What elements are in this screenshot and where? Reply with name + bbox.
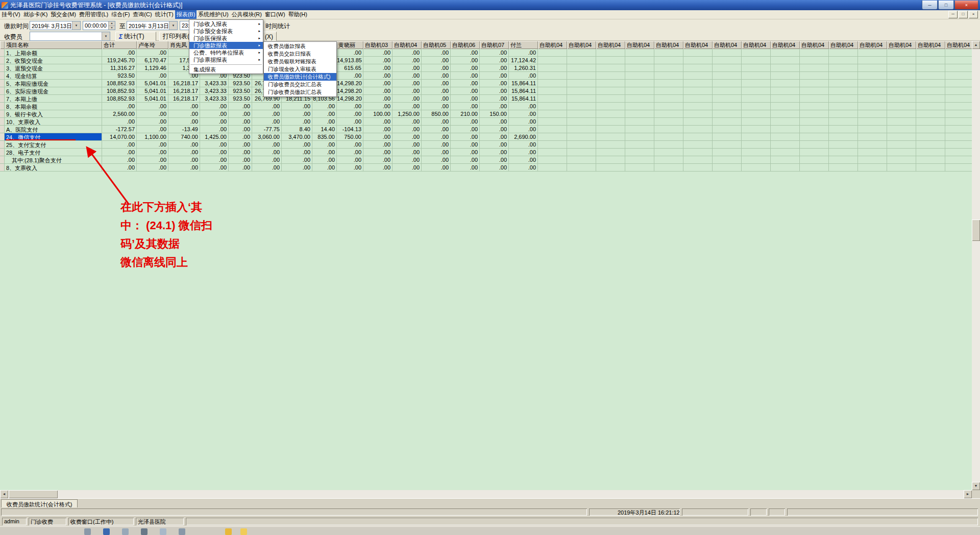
table-cell[interactable] (829, 118, 858, 126)
table-cell[interactable] (800, 141, 829, 149)
table-cell[interactable] (567, 126, 596, 133)
table-cell[interactable] (742, 156, 771, 164)
table-cell[interactable]: 11,316.27 (102, 64, 137, 72)
table-cell[interactable]: 1,129.46 (137, 64, 168, 72)
cashier-select[interactable]: ▼ (30, 32, 110, 41)
table-cell[interactable] (683, 72, 713, 80)
table-cell[interactable]: .00 (229, 110, 252, 118)
table-cell[interactable] (567, 72, 596, 80)
table-cell[interactable]: .00 (480, 103, 509, 110)
row-name[interactable]: 10、支票收入 (5, 118, 102, 126)
table-cell[interactable] (625, 95, 654, 103)
table-cell[interactable] (887, 110, 916, 118)
taskbar-icon[interactable] (225, 528, 232, 535)
table-cell[interactable]: .00 (451, 57, 480, 64)
taskbar-icon[interactable] (122, 528, 129, 535)
row-name[interactable]: 8、本期余额 (5, 103, 102, 110)
table-row-5[interactable]: 6、实际应缴现金108,852.935,041.0116,218.173,423… (0, 87, 980, 95)
table-cell[interactable]: .00 (337, 164, 363, 172)
table-cell[interactable]: .00 (509, 103, 538, 110)
table-cell[interactable]: .00 (509, 118, 538, 126)
table-cell[interactable]: .00 (282, 110, 312, 118)
table-cell[interactable]: .00 (282, 156, 312, 164)
table-cell[interactable]: 3,423.33 (200, 95, 229, 103)
table-cell[interactable] (596, 49, 625, 57)
table-cell[interactable] (887, 118, 916, 126)
table-cell[interactable] (596, 103, 625, 110)
table-cell[interactable]: .00 (509, 149, 538, 156)
table-cell[interactable]: .00 (229, 156, 252, 164)
table-cell[interactable] (771, 149, 800, 156)
table-cell[interactable]: 15,864.11 (509, 87, 538, 95)
submenu-item-0[interactable]: 收费员缴款报表 (264, 42, 336, 50)
table-cell[interactable] (713, 110, 742, 118)
table-cell[interactable]: .00 (451, 149, 480, 156)
table-cell[interactable] (654, 141, 683, 149)
table-cell[interactable] (567, 110, 596, 118)
table-cell[interactable]: .00 (451, 95, 480, 103)
column-header-21[interactable]: 自助机04 (683, 41, 713, 49)
table-cell[interactable] (742, 57, 771, 64)
table-row-13[interactable]: 28、电子支付.00.00.00.00.00.00.00.00.00.00.00… (0, 149, 980, 156)
column-header-20[interactable]: 自助机04 (654, 41, 683, 49)
row-name[interactable]: 4、现金结算 (5, 72, 102, 80)
table-cell[interactable]: .00 (363, 64, 393, 72)
table-cell[interactable] (829, 49, 858, 57)
table-cell[interactable]: .00 (252, 110, 282, 118)
table-cell[interactable] (742, 141, 771, 149)
table-cell[interactable]: .00 (363, 126, 393, 133)
table-cell[interactable] (887, 156, 916, 164)
table-cell[interactable] (713, 64, 742, 72)
report-menu-item-7[interactable]: 集成报表 (189, 66, 263, 73)
table-cell[interactable] (800, 118, 829, 126)
table-cell[interactable] (567, 133, 596, 141)
table-cell[interactable]: .00 (363, 118, 393, 126)
table-cell[interactable]: .00 (337, 103, 363, 110)
table-row-1[interactable]: 2、收预交现金119,245.706,170.4717,598.14,913.8… (0, 57, 980, 64)
table-cell[interactable] (683, 49, 713, 57)
table-cell[interactable]: .00 (480, 126, 509, 133)
table-cell[interactable] (858, 133, 887, 141)
table-cell[interactable]: .00 (363, 149, 393, 156)
table-cell[interactable]: 835.00 (312, 133, 337, 141)
table-cell[interactable] (742, 87, 771, 95)
table-cell[interactable] (596, 149, 625, 156)
row-name[interactable]: 28、电子支付 (5, 149, 102, 156)
table-cell[interactable] (945, 72, 974, 80)
table-cell[interactable] (829, 87, 858, 95)
menu-item-11[interactable]: 帮助(H) (287, 10, 309, 19)
table-cell[interactable] (538, 156, 567, 164)
table-cell[interactable] (654, 110, 683, 118)
table-cell[interactable] (945, 118, 974, 126)
table-cell[interactable]: .00 (393, 118, 422, 126)
table-cell[interactable] (771, 118, 800, 126)
table-cell[interactable]: .00 (102, 141, 137, 149)
table-cell[interactable] (945, 149, 974, 156)
menu-item-3[interactable]: 费用管理(L) (78, 10, 110, 19)
table-cell[interactable]: 923.50 (102, 72, 137, 80)
table-cell[interactable]: .00 (422, 103, 451, 110)
table-cell[interactable] (596, 72, 625, 80)
table-cell[interactable]: .00 (509, 72, 538, 80)
table-cell[interactable]: .00 (393, 141, 422, 149)
table-cell[interactable] (800, 72, 829, 80)
table-cell[interactable] (829, 103, 858, 110)
table-cell[interactable]: .00 (422, 49, 451, 57)
table-cell[interactable] (916, 141, 945, 149)
menu-item-4[interactable]: 综合(F) (110, 10, 131, 19)
table-cell[interactable] (625, 80, 654, 87)
table-cell[interactable] (945, 141, 974, 149)
submenu-item-5[interactable]: 门诊收费员交款汇总表 (264, 81, 336, 88)
table-cell[interactable] (916, 72, 945, 80)
table-cell[interactable] (683, 80, 713, 87)
table-cell[interactable] (654, 133, 683, 141)
table-cell[interactable]: .00 (137, 110, 168, 118)
table-cell[interactable]: .00 (102, 103, 137, 110)
table-cell[interactable] (742, 110, 771, 118)
table-cell[interactable] (771, 95, 800, 103)
table-cell[interactable] (683, 164, 713, 172)
table-cell[interactable] (625, 49, 654, 57)
table-cell[interactable] (654, 87, 683, 95)
table-cell[interactable] (829, 133, 858, 141)
table-cell[interactable] (945, 80, 974, 87)
